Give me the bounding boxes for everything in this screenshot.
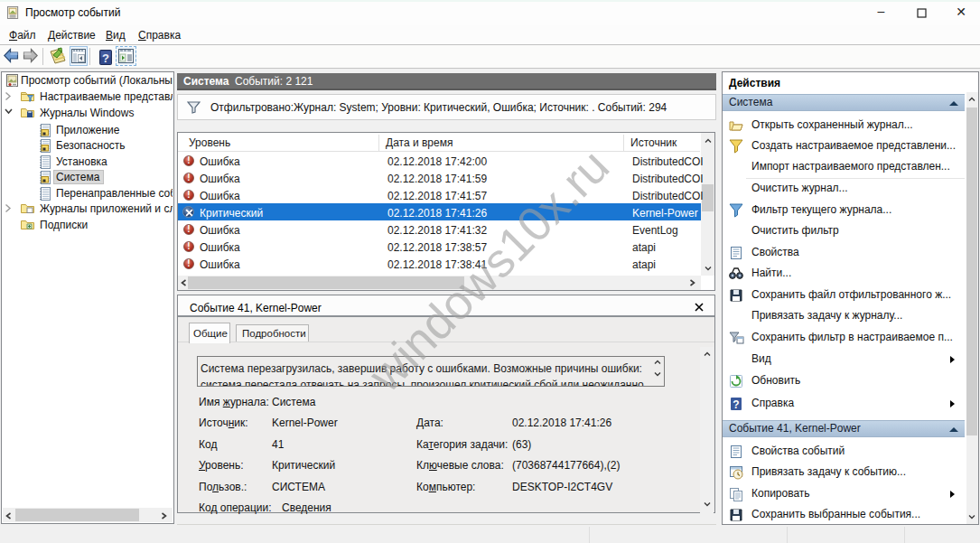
- svg-text:?: ?: [733, 398, 739, 411]
- svg-text:?: ?: [102, 51, 109, 65]
